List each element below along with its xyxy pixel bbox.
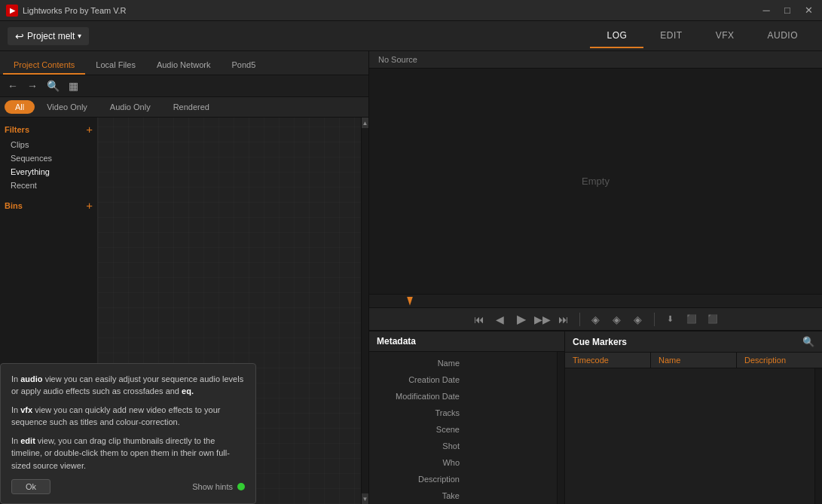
tab-pond5[interactable]: Pond5 — [221, 57, 266, 75]
forward-nav-button[interactable]: → — [24, 78, 41, 93]
app-title: Lightworks Pro by Team V.R — [23, 6, 759, 15]
ctrl-insert[interactable]: ⬇ — [662, 311, 679, 328]
project-label: Project melt — [27, 31, 75, 41]
divider-1 — [579, 313, 580, 326]
cue-col-timecode[interactable]: Timecode — [565, 353, 651, 368]
cue-col-name[interactable]: Name — [651, 353, 737, 368]
meta-row-description: Description — [369, 471, 557, 487]
cue-scrollbar[interactable] — [814, 368, 822, 504]
tab-audio-network[interactable]: Audio Network — [146, 57, 222, 75]
back-icon: ↩ — [15, 30, 24, 42]
tab-local-files[interactable]: Local Files — [85, 57, 146, 75]
ctrl-overwrite[interactable]: ⬛ — [683, 311, 700, 328]
ctrl-mark-out[interactable]: ◈ — [609, 311, 625, 328]
scroll-down-arrow[interactable]: ▼ — [362, 493, 369, 504]
source-viewer: No Source Empty ⏮ ◀ ▶ ▶▶ ⏭ ◈ ◈ ◈ ⬇ ⬛ — [369, 51, 822, 331]
cue-markers-title: Cue Markers — [573, 337, 627, 347]
left-panel: Project Contents Local Files Audio Netwo… — [0, 51, 369, 504]
meta-row-creation: Creation Date — [369, 371, 557, 388]
filter-rendered[interactable]: Rendered — [163, 100, 220, 114]
filter-sequences[interactable]: Sequences — [5, 151, 93, 165]
hint-text-2: In vfx view you can quickly add new vide… — [11, 404, 245, 429]
ctrl-play[interactable]: ▶ — [513, 311, 530, 328]
cue-col-description[interactable]: Description — [737, 353, 822, 368]
meta-row-name: Name — [369, 355, 557, 371]
ctrl-mark-clip[interactable]: ◈ — [630, 311, 646, 328]
tab-log[interactable]: LOG — [590, 24, 643, 48]
viewer-timeline[interactable] — [369, 294, 822, 307]
filter-audio-only[interactable]: Audio Only — [99, 100, 161, 114]
project-button[interactable]: ↩ Project melt ▾ — [8, 27, 89, 45]
search-button[interactable]: 🔍 — [44, 78, 63, 93]
app-icon: ▶ — [6, 5, 18, 17]
metadata-scrollbar[interactable] — [557, 352, 564, 504]
scroll-up-arrow[interactable]: ▲ — [362, 118, 369, 128]
tab-audio[interactable]: AUDIO — [750, 24, 814, 48]
tab-vfx[interactable]: VFX — [699, 24, 751, 48]
minimize-button[interactable]: ─ — [759, 3, 774, 18]
viewer-controls: ⏮ ◀ ▶ ▶▶ ⏭ ◈ ◈ ◈ ⬇ ⬛ ⬛ — [369, 307, 822, 330]
timeline-marker — [407, 297, 413, 306]
cue-markers-panel: Cue Markers 🔍 Timecode Name Description — [565, 331, 822, 504]
filters-section-header: Filters + — [5, 124, 93, 135]
ctrl-go-end[interactable]: ⏭ — [555, 311, 572, 328]
hint-footer: Ok Show hints — [11, 479, 245, 494]
meta-row-modification: Modification Date — [369, 388, 557, 405]
divider-2 — [654, 313, 655, 326]
maximize-button[interactable]: □ — [780, 3, 795, 18]
filter-all[interactable]: All — [5, 100, 35, 114]
show-hints-toggle[interactable]: Show hints — [192, 481, 245, 493]
filter-bar: ← → 🔍 ▦ — [0, 75, 368, 97]
metadata-panel: Metadata Name Creation Date Modification… — [369, 331, 565, 504]
meta-row-shot: Shot — [369, 438, 557, 454]
add-filter-button[interactable]: + — [86, 124, 93, 135]
ok-button[interactable]: Ok — [11, 479, 50, 494]
meta-label-name: Name — [377, 359, 460, 368]
cue-body — [565, 368, 822, 504]
main-layout: Project Contents Local Files Audio Netwo… — [0, 51, 822, 504]
meta-label-scene: Scene — [377, 425, 460, 434]
tab-project-contents[interactable]: Project Contents — [3, 57, 85, 75]
bins-section: Bins + — [5, 200, 93, 211]
back-nav-button[interactable]: ← — [5, 78, 21, 93]
close-button[interactable]: ✕ — [801, 3, 816, 18]
filter-clips[interactable]: Clips — [5, 138, 93, 151]
ctrl-next-frame[interactable]: ▶▶ — [534, 311, 551, 328]
metadata-header: Metadata — [369, 331, 564, 352]
ctrl-go-start[interactable]: ⏮ — [471, 311, 487, 328]
meta-label-tracks: Tracks — [377, 408, 460, 417]
cue-search-button[interactable]: 🔍 — [802, 336, 814, 347]
ctrl-replace[interactable]: ⬛ — [704, 311, 721, 328]
title-bar: ▶ Lightworks Pro by Team V.R ─ □ ✕ — [0, 0, 822, 21]
scroll-track[interactable] — [362, 128, 368, 493]
grid-view-button[interactable]: ▦ — [66, 78, 81, 93]
hint-text-1: In audio view you can easily adjust your… — [11, 373, 245, 398]
content-scrollbar[interactable]: ▲ ▼ — [361, 118, 368, 504]
filter-everything[interactable]: Everything — [5, 165, 93, 179]
chevron-down-icon: ▾ — [78, 32, 81, 40]
tab-edit[interactable]: EDIT — [643, 24, 698, 48]
panel-tabs: Project Contents Local Files Audio Netwo… — [0, 51, 368, 75]
window-controls: ─ □ ✕ — [759, 3, 816, 18]
add-bin-button[interactable]: + — [86, 200, 93, 211]
content-filter: All Video Only Audio Only Rendered — [0, 97, 368, 118]
bottom-panels: Metadata Name Creation Date Modification… — [369, 331, 822, 504]
ctrl-prev-frame[interactable]: ◀ — [492, 311, 509, 328]
metadata-fields: Name Creation Date Modification Date — [369, 352, 557, 504]
cue-content-area — [565, 368, 814, 504]
meta-label-shot: Shot — [377, 441, 460, 451]
filter-video-only[interactable]: Video Only — [36, 100, 98, 114]
meta-label-take: Take — [377, 491, 460, 500]
filter-recent[interactable]: Recent — [5, 179, 93, 192]
meta-label-modification: Modification Date — [377, 392, 460, 401]
cue-markers-header: Cue Markers 🔍 — [565, 331, 822, 353]
empty-label: Empty — [582, 176, 610, 187]
ctrl-mark-in[interactable]: ◈ — [588, 311, 604, 328]
meta-row-who: Who — [369, 454, 557, 471]
meta-label-creation: Creation Date — [377, 375, 460, 384]
metadata-body: Name Creation Date Modification Date — [369, 352, 564, 504]
meta-row-take: Take — [369, 487, 557, 504]
nav-tabs: LOG EDIT VFX AUDIO — [590, 24, 814, 48]
show-hints-label: Show hints — [192, 481, 233, 493]
viewer-header: No Source — [369, 51, 822, 69]
